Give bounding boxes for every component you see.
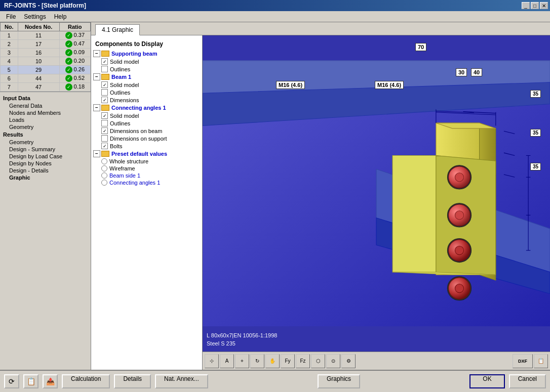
nav-results-geometry[interactable]: Geometry — [2, 139, 89, 146]
expand-icon-supporting[interactable]: − — [93, 50, 100, 57]
table-row[interactable]: 1 11 ✓ 0.37 — [1, 31, 91, 40]
vp-btn-export[interactable]: 📋 — [534, 354, 548, 368]
menu-file[interactable]: File — [2, 12, 20, 21]
nav-design-details[interactable]: Design - Details — [2, 167, 89, 174]
vp-btn-rotate[interactable]: ↻ — [250, 354, 264, 368]
graphics-button[interactable]: Graphics — [318, 374, 360, 388]
table-row[interactable]: 7 47 ✓ 0.18 — [1, 83, 91, 92]
cell-no: 5 — [1, 66, 18, 74]
tree-supporting-outlines[interactable]: Outlines — [91, 65, 202, 73]
tree-connecting-dim-beam[interactable]: ✓ Dimensions on beam — [91, 127, 202, 135]
nav-results-header[interactable]: Results — [2, 130, 89, 139]
nav-general-data[interactable]: General Data — [2, 102, 89, 109]
tree-connecting-bolts[interactable]: ✓ Bolts — [91, 142, 202, 150]
cb-connecting-dim-beam[interactable]: ✓ — [101, 127, 108, 134]
vp-btn-zoom-in[interactable]: + — [235, 354, 249, 368]
tree-connecting[interactable]: − Connecting angles 1 — [91, 104, 202, 112]
vp-btn-side[interactable]: Fz — [296, 354, 310, 368]
tree-supporting-beam[interactable]: − Supporting beam — [91, 50, 202, 58]
table-row[interactable]: 2 17 ✓ 0.47 — [1, 40, 91, 49]
calculation-button[interactable]: Calculation — [62, 374, 110, 388]
table-row[interactable]: 3 16 ✓ 0.09 — [1, 49, 91, 57]
vp-btn-render[interactable]: ⊙ — [326, 354, 340, 368]
details-button[interactable]: Details — [114, 374, 151, 388]
nav-graphic[interactable]: Graphic — [2, 174, 89, 181]
connecting-dim-beam-label: Dimensions on beam — [110, 128, 162, 134]
viewport-toolbar: ⊹ A + ↻ ✋ Fy Fz ⬡ ⊙ ⚙ DXF 📋 — [203, 352, 550, 370]
expand-icon-connecting[interactable]: − — [93, 104, 100, 111]
table-row[interactable]: 5 29 ✓ 0.26 — [1, 66, 91, 74]
cell-ratio: ✓ 0.18 — [59, 83, 90, 92]
menu-help[interactable]: Help — [50, 12, 71, 21]
tree-beam1[interactable]: − Beam 1 — [91, 73, 202, 81]
nav-design-summary[interactable]: Design - Summary — [2, 146, 89, 153]
vp-btn-settings[interactable]: ⚙ — [341, 354, 356, 368]
svg-point-21 — [455, 246, 463, 254]
tree-preset-whole[interactable]: Whole structure — [91, 158, 202, 165]
vp-btn-pan[interactable]: ✋ — [265, 354, 280, 368]
cell-no: 3 — [1, 49, 18, 57]
tree-beam1-dimensions[interactable]: ✓ Dimensions — [91, 96, 202, 104]
table-row[interactable]: 4 10 ✓ 0.20 — [1, 57, 91, 66]
nav-geometry-input[interactable]: Geometry — [2, 123, 89, 130]
cb-connecting-solid[interactable]: ✓ — [101, 112, 108, 119]
tree-preset-angles1[interactable]: Connecting angles 1 — [91, 179, 202, 186]
radio-preset-whole[interactable] — [101, 158, 107, 164]
cell-ratio: ✓ 0.20 — [59, 57, 90, 66]
vp-btn-dxf[interactable]: DXF — [513, 354, 533, 368]
cell-nodes: 10 — [18, 57, 59, 66]
folder-icon-beam1 — [101, 74, 109, 80]
check-icon: ✓ — [65, 75, 72, 82]
tree-connecting-dim-support[interactable]: Dimensions on support — [91, 135, 202, 142]
nav-design-load-case[interactable]: Design by Load Case — [2, 153, 89, 160]
maximize-button[interactable]: □ — [531, 2, 539, 9]
beam1-dimensions-label: Dimensions — [110, 97, 139, 103]
tab-graphic[interactable]: 4.1 Graphic — [95, 24, 140, 35]
nav-nodes-members[interactable]: Nodes and Members — [2, 109, 89, 116]
nav-loads[interactable]: Loads — [2, 116, 89, 123]
cb-beam1-outlines[interactable] — [101, 89, 108, 96]
window-controls: _ □ ✕ — [522, 2, 548, 9]
main-layout: No. Nodes No. Ratio 1 11 ✓ 0.37 2 17 ✓ 0… — [0, 22, 550, 370]
nav-tree: Input Data General Data Nodes and Member… — [0, 92, 91, 370]
icon-btn-3[interactable]: 📤 — [43, 374, 58, 388]
tree-preset[interactable]: − Preset default values — [91, 150, 202, 158]
vp-btn-zoom-all[interactable]: A — [220, 354, 234, 368]
radio-preset-angles1[interactable] — [101, 180, 107, 186]
tree-connecting-outlines[interactable]: Outlines — [91, 119, 202, 127]
cb-connecting-outlines[interactable] — [101, 120, 108, 126]
tree-supporting-solid[interactable]: ✓ Solid model — [91, 58, 202, 65]
radio-preset-beam1[interactable] — [101, 172, 107, 179]
vp-btn-cursor[interactable]: ⊹ — [205, 354, 219, 368]
content-row: Components to Display − Supporting beam … — [91, 35, 550, 370]
close-button[interactable]: ✕ — [540, 2, 548, 9]
cb-beam1-solid[interactable]: ✓ — [101, 81, 108, 88]
table-row[interactable]: 6 44 ✓ 0.52 — [1, 74, 91, 83]
ok-button[interactable]: OK — [469, 374, 504, 388]
expand-icon-preset[interactable]: − — [93, 150, 100, 157]
cb-supporting-outlines[interactable] — [101, 66, 108, 72]
vp-btn-front[interactable]: Fy — [281, 354, 295, 368]
tree-beam1-outlines[interactable]: Outlines — [91, 89, 202, 96]
tree-beam1-solid[interactable]: ✓ Solid model — [91, 81, 202, 89]
tree-preset-beam1[interactable]: Beam side 1 — [91, 172, 202, 179]
nav-design-nodes[interactable]: Design by Nodes — [2, 160, 89, 167]
tree-preset-wire[interactable]: Wireframe — [91, 165, 202, 172]
icon-btn-2[interactable]: 📋 — [23, 374, 38, 388]
nat-annex-button[interactable]: Nat. Annex... — [155, 374, 208, 388]
expand-icon-beam1[interactable]: − — [93, 73, 100, 80]
dim-30: 30 — [456, 68, 467, 76]
tree-connecting-solid[interactable]: ✓ Solid model — [91, 112, 202, 119]
nav-input-header[interactable]: Input Data — [2, 94, 89, 102]
cb-connecting-dim-support[interactable] — [101, 135, 108, 142]
cb-connecting-bolts[interactable]: ✓ — [101, 143, 108, 149]
icon-btn-1[interactable]: ⟳ — [4, 374, 19, 388]
vp-btn-iso[interactable]: ⬡ — [311, 354, 325, 368]
menu-settings[interactable]: Settings — [20, 12, 50, 21]
cb-supporting-solid[interactable]: ✓ — [101, 58, 108, 65]
cancel-button[interactable]: Cancel — [509, 374, 546, 388]
cb-beam1-dimensions[interactable]: ✓ — [101, 97, 108, 103]
cell-nodes: 44 — [18, 74, 59, 83]
radio-preset-wire[interactable] — [101, 165, 107, 171]
minimize-button[interactable]: _ — [522, 2, 530, 9]
